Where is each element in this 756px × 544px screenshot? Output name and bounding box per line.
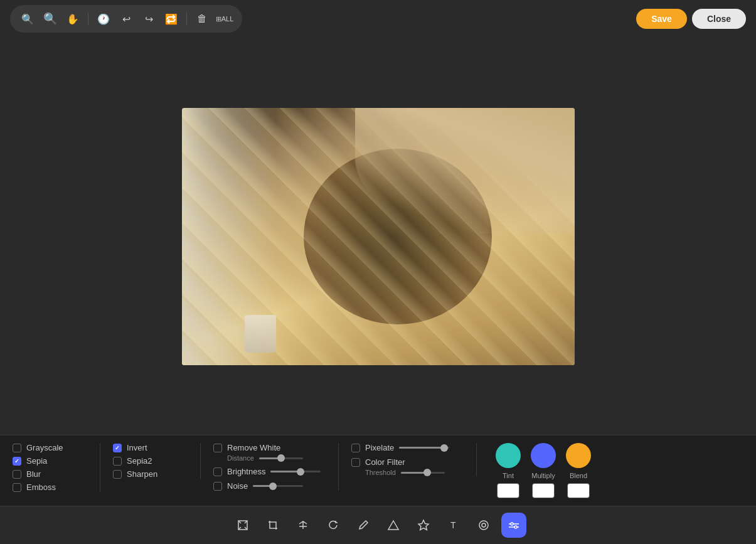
threshold-slider[interactable] (401, 472, 445, 474)
undo-button[interactable]: ↩ (116, 9, 136, 29)
save-button[interactable]: Save (636, 9, 687, 29)
svg-point-10 (482, 523, 486, 527)
slider-group-1: Remove White Distance Brightness (213, 443, 339, 491)
checkbox-pixelate[interactable] (351, 444, 360, 452)
frame-icon (237, 519, 249, 531)
zoom-out-button[interactable]: 🔍 (40, 9, 60, 29)
rotate-icon (327, 519, 339, 531)
filter-item-color-filter: Color Filter Threshold (351, 457, 464, 476)
checkbox-noise[interactable] (213, 482, 222, 491)
rotate-tool-button[interactable] (321, 513, 346, 538)
image-cup (245, 315, 276, 353)
filter-group-2: Invert Sepia2 Sharpen (113, 443, 201, 479)
multiply-circle[interactable] (531, 443, 556, 468)
text-tool-button[interactable]: T (441, 513, 466, 538)
checkbox-grayscale[interactable] (13, 444, 21, 452)
slider-group-2: Pixelate Color Filter Threshold (351, 443, 477, 476)
brightness-slider-row: Brightness (213, 467, 326, 476)
multiply-label: Multiply (531, 472, 555, 479)
blend-label: Blend (570, 472, 587, 479)
label-sepia2: Sepia2 (127, 456, 152, 466)
delete-button[interactable]: 🗑 (192, 9, 212, 29)
star-icon (417, 519, 430, 531)
filter-item-emboss[interactable]: Emboss (13, 483, 87, 492)
checkbox-invert[interactable] (113, 444, 122, 452)
filter-item-blur[interactable]: Blur (13, 469, 87, 479)
filter-item-noise: Noise (213, 481, 326, 491)
close-button[interactable]: Close (692, 9, 746, 29)
separator (88, 13, 88, 25)
flip-tool-button[interactable] (290, 513, 316, 538)
label-color-filter: Color Filter (365, 457, 405, 467)
svg-text:T: T (450, 520, 456, 530)
noise-slider[interactable] (253, 485, 303, 487)
label-brightness: Brightness (227, 467, 265, 476)
color-item-blend: Blend (566, 443, 591, 498)
filter-item-grayscale[interactable]: Grayscale (13, 443, 87, 452)
redo-button[interactable]: ↪ (139, 9, 159, 29)
tint-swatch[interactable] (497, 483, 519, 498)
filter-item-sepia2[interactable]: Sepia2 (113, 456, 188, 466)
color-group: Tint Multiply Blend (489, 443, 591, 498)
remove-white-row: Remove White (213, 443, 326, 452)
zoom-in-button[interactable]: 🔍 (18, 9, 38, 29)
filter-item-sepia[interactable]: Sepia (13, 456, 87, 466)
reset-all-button[interactable]: ⊞ALL (215, 9, 235, 29)
action-toolbar: Save Close (636, 9, 746, 29)
checkbox-sharpen[interactable] (113, 470, 122, 479)
top-toolbar: 🔍 🔍 ✋ 🕐 ↩ ↪ 🔁 🗑 ⊞ALL Save Close (0, 0, 756, 38)
svg-marker-7 (418, 520, 429, 530)
pixelate-slider-row: Pixelate (351, 443, 464, 452)
pan-button[interactable]: ✋ (63, 9, 83, 29)
threshold-thumb[interactable] (423, 469, 431, 476)
frame-tool-button[interactable] (230, 513, 255, 538)
filter-item-invert[interactable]: Invert (113, 443, 188, 452)
checkbox-emboss[interactable] (13, 483, 21, 492)
label-emboss: Emboss (26, 483, 56, 492)
blend-circle[interactable] (566, 443, 591, 468)
color-filter-row: Color Filter (351, 457, 464, 467)
distance-slider[interactable] (259, 457, 303, 459)
noise-thumb[interactable] (269, 483, 277, 490)
draw-tool-button[interactable] (351, 513, 376, 538)
pixelate-fill (399, 447, 444, 449)
star-tool-button[interactable] (411, 513, 436, 538)
shape-tool-button[interactable] (381, 513, 406, 538)
blend-swatch[interactable] (567, 483, 590, 498)
brightness-slider[interactable] (270, 471, 321, 472)
history-button[interactable]: 🕐 (93, 9, 114, 29)
mask-icon (477, 519, 490, 531)
pixelate-slider[interactable] (399, 447, 449, 449)
filter-row: Grayscale Sepia Blur Emboss Invert (13, 443, 743, 498)
bottom-toolbar: T (0, 506, 756, 544)
brightness-thumb[interactable] (297, 468, 304, 476)
distance-thumb[interactable] (277, 454, 285, 462)
repeat-button[interactable]: 🔁 (161, 9, 181, 29)
mask-tool-button[interactable] (471, 513, 496, 538)
checkbox-sepia[interactable] (13, 457, 21, 466)
label-pixelate: Pixelate (365, 443, 394, 452)
filter-tool-button[interactable] (501, 513, 526, 538)
filter-item-sharpen[interactable]: Sharpen (113, 469, 188, 479)
crop-tool-button[interactable] (260, 513, 285, 538)
filter-icon (508, 519, 520, 531)
label-blur: Blur (26, 469, 41, 479)
canvas-area (0, 38, 756, 435)
checkbox-brightness[interactable] (213, 467, 222, 476)
flip-icon (297, 519, 309, 531)
tint-circle[interactable] (496, 443, 521, 468)
checkbox-remove-white[interactable] (213, 444, 222, 452)
filter-item-remove-white: Remove White Distance (213, 443, 326, 462)
checkbox-blur[interactable] (13, 470, 21, 479)
checkbox-color-filter[interactable] (351, 458, 360, 467)
svg-point-11 (511, 523, 513, 525)
multiply-swatch[interactable] (532, 483, 555, 498)
main-image (182, 108, 575, 365)
filter-panel: Grayscale Sepia Blur Emboss Invert (0, 435, 756, 506)
pixelate-thumb[interactable] (440, 444, 448, 452)
svg-marker-6 (388, 521, 398, 530)
pencil-icon (357, 519, 370, 531)
distance-label: Distance (227, 454, 254, 462)
checkbox-sepia2[interactable] (113, 457, 122, 466)
shape-icon (387, 519, 400, 531)
